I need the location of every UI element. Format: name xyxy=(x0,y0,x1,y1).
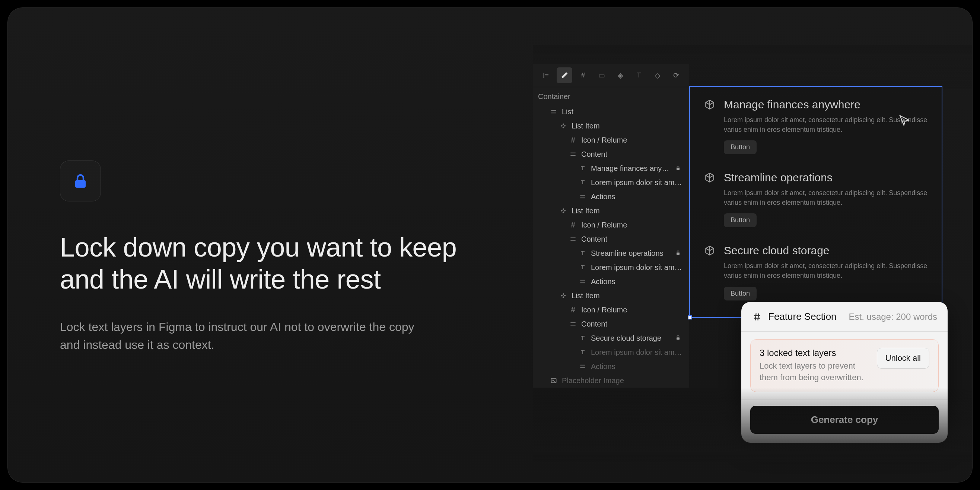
locked-layers-card: 3 locked text layers Lock text layers to… xyxy=(750,339,939,392)
locked-desc: Lock text layers to prevent them from be… xyxy=(760,360,864,383)
selection-handle[interactable] xyxy=(688,315,692,320)
layer-row[interactable]: Content xyxy=(533,147,689,161)
generate-copy-button[interactable]: Generate copy xyxy=(750,406,939,434)
cursor-icon xyxy=(898,114,911,127)
lock-icon xyxy=(675,249,681,258)
layer-row[interactable]: Lorem ipsum dolor sit amet, conse... xyxy=(533,345,689,359)
card-body: Lorem ipsum dolor sit amet, consectetur … xyxy=(724,188,929,207)
ai-popup: Feature Section Est. usage: 200 words 3 … xyxy=(741,302,948,443)
unlock-all-button[interactable]: Unlock all xyxy=(877,348,929,369)
card-title: Streamline operations xyxy=(724,171,832,184)
image-icon xyxy=(549,376,558,385)
layer-row[interactable]: Icon / Relume xyxy=(533,218,689,232)
layer-label: List Item xyxy=(571,122,684,130)
product-mockup: ⊫ # ▭ ◈ T ◇ ⟳ Container ListList ItemIco… xyxy=(533,45,972,462)
layer-row[interactable]: Streamline operations xyxy=(533,246,689,260)
layer-label: Content xyxy=(581,320,684,328)
locked-count-title: 3 locked text layers xyxy=(760,348,864,358)
hash-icon xyxy=(569,305,578,314)
layer-row[interactable]: Actions xyxy=(533,274,689,289)
component-icon xyxy=(559,121,568,130)
popup-header: Feature Section Est. usage: 200 words xyxy=(741,302,948,332)
frame-h-icon xyxy=(569,150,578,159)
component-icon xyxy=(559,291,568,300)
layer-row[interactable]: Lorem ipsum dolor sit amet, conse... xyxy=(533,260,689,274)
svg-rect-2 xyxy=(676,253,679,255)
layer-row[interactable]: Actions xyxy=(533,189,689,204)
popup-section-name: Feature Section xyxy=(768,311,837,323)
layer-label: Icon / Relume xyxy=(581,306,684,314)
card-title: Manage finances anywhere xyxy=(724,98,861,111)
tag-icon[interactable]: ◈ xyxy=(612,67,628,83)
layer-label: List Item xyxy=(571,207,684,215)
layer-label: Secure cloud storage xyxy=(591,334,671,342)
layer-row[interactable]: Actions xyxy=(533,359,689,374)
text-icon xyxy=(578,164,587,173)
card-button[interactable]: Button xyxy=(724,140,757,154)
layer-label: Actions xyxy=(591,362,684,371)
feature-panel: Lock down copy you want to keep and the … xyxy=(8,8,972,482)
text-icon xyxy=(578,249,587,258)
component-icon[interactable]: ◇ xyxy=(650,67,665,83)
hash-icon xyxy=(569,220,578,229)
layer-label: Manage finances anywhere xyxy=(591,164,671,173)
layer-label: Icon / Relume xyxy=(581,221,684,229)
lock-icon xyxy=(675,164,681,173)
feature-card: Secure cloud storageLorem ipsum dolor si… xyxy=(690,233,942,306)
component-icon xyxy=(559,206,568,215)
layer-row[interactable]: Content xyxy=(533,317,689,331)
svg-rect-0 xyxy=(75,180,86,188)
layer-row[interactable]: Lorem ipsum dolor sit amet, conse... xyxy=(533,175,689,189)
layer-row[interactable]: Icon / Relume xyxy=(533,303,689,317)
popup-usage: Est. usage: 200 words xyxy=(849,312,937,322)
svg-rect-3 xyxy=(676,337,679,340)
text-icon xyxy=(578,334,587,342)
layer-label: Icon / Relume xyxy=(581,136,684,145)
card-button[interactable]: Button xyxy=(724,287,757,301)
layer-label: Content xyxy=(581,235,684,243)
frame-h-icon xyxy=(569,320,578,328)
text-icon xyxy=(578,263,587,272)
card-icon[interactable]: ▭ xyxy=(594,67,609,83)
lock-icon xyxy=(675,334,681,342)
layer-row[interactable]: Placeholder Image xyxy=(533,374,689,388)
container-label: Container xyxy=(533,87,689,105)
card-body: Lorem ipsum dolor sit amet, consectetur … xyxy=(724,261,929,280)
layer-row[interactable]: Secure cloud storage xyxy=(533,331,689,345)
layer-label: Actions xyxy=(591,277,684,286)
frame-h-icon xyxy=(578,277,587,286)
hero-heading: Lock down copy you want to keep and the … xyxy=(60,231,507,296)
hash-icon xyxy=(752,312,762,322)
edit-icon[interactable] xyxy=(557,67,572,83)
layer-label: Lorem ipsum dolor sit amet, conse... xyxy=(591,348,684,357)
layer-label: Lorem ipsum dolor sit amet, conse... xyxy=(591,263,684,272)
frame-h-icon xyxy=(578,362,587,371)
align-left-icon[interactable]: ⊫ xyxy=(538,67,554,83)
layer-label: Lorem ipsum dolor sit amet, conse... xyxy=(591,178,684,187)
hero-subheading: Lock text layers in Figma to instruct ou… xyxy=(60,318,417,354)
layer-row[interactable]: Manage finances anywhere xyxy=(533,161,689,175)
layer-label: Content xyxy=(581,150,684,159)
card-title: Secure cloud storage xyxy=(724,244,830,257)
text-tool-icon[interactable]: T xyxy=(631,67,647,83)
layer-label: Placeholder Image xyxy=(562,376,684,385)
hash-icon[interactable]: # xyxy=(575,67,591,83)
layer-row[interactable]: List Item xyxy=(533,289,689,303)
layer-label: Streamline operations xyxy=(591,249,671,258)
layer-row[interactable]: Content xyxy=(533,232,689,246)
refresh-icon[interactable]: ⟳ xyxy=(668,67,684,83)
cube-icon xyxy=(703,98,716,111)
hash-icon xyxy=(569,135,578,145)
svg-rect-1 xyxy=(676,167,679,170)
text-icon xyxy=(578,348,587,357)
figma-layers-panel: ⊫ # ▭ ◈ T ◇ ⟳ Container ListList ItemIco… xyxy=(533,64,689,388)
cube-icon xyxy=(703,244,716,257)
layer-row[interactable]: List Item xyxy=(533,119,689,133)
layer-row[interactable]: Icon / Relume xyxy=(533,133,689,147)
layer-label: Actions xyxy=(591,192,684,201)
text-icon xyxy=(578,178,587,187)
card-button[interactable]: Button xyxy=(724,213,757,227)
layer-row[interactable]: List Item xyxy=(533,204,689,218)
hero-copy: Lock down copy you want to keep and the … xyxy=(60,161,507,354)
layer-row[interactable]: List xyxy=(533,105,689,119)
